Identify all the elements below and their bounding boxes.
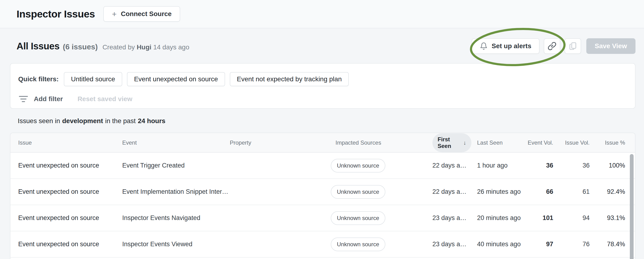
quick-filters-row: Quick filters: Untitled source Event une… [18, 72, 627, 86]
plus-icon: + [112, 10, 116, 18]
summary-middle: in the past [105, 117, 136, 125]
created-at: 14 days ago [153, 44, 189, 51]
table-row[interactable]: Event unexpected on source Event Trigger… [10, 153, 636, 179]
created-by-name: Hugi [137, 44, 151, 51]
quick-filter-untitled-source[interactable]: Untitled source [64, 72, 122, 86]
cell-first-seen: 23 days ago [432, 214, 472, 222]
view-title: All Issues [16, 41, 60, 52]
cell-first-seen: 22 days ago [432, 188, 472, 196]
column-header-impacted-sources[interactable]: Impacted Sources [331, 140, 432, 146]
table-scrollbar[interactable] [630, 154, 634, 259]
table-body: Event unexpected on source Event Trigger… [10, 153, 636, 258]
view-title-group: All Issues (6 issues) Created by Hugi 14… [10, 41, 189, 52]
quick-filters-label: Quick filters: [18, 76, 59, 83]
cell-impacted-sources: Unknown source [331, 211, 432, 225]
cell-event-name: Inspector Events Viewed [122, 240, 230, 248]
cell-issue-type: Event unexpected on source [18, 214, 122, 222]
cell-issue-volume: 94 [554, 214, 590, 222]
table-row[interactable]: Event unexpected on source Inspector Eve… [10, 231, 636, 258]
view-actions: Set up alerts Save View [472, 38, 636, 54]
connect-source-label: Connect Source [121, 10, 172, 18]
table-row[interactable]: Event unexpected on source Event Impleme… [10, 179, 636, 205]
connect-source-button[interactable]: + Connect Source [103, 6, 180, 22]
copy-link-button[interactable] [544, 38, 560, 54]
cell-last-seen: 20 minutes ago [472, 214, 521, 222]
quick-filter-event-not-expected-by-tracking-plan[interactable]: Event not expected by tracking plan [230, 72, 349, 86]
created-by-prefix: Created by [102, 44, 135, 51]
cell-issue-percentage: 78.4% [590, 240, 625, 248]
bell-icon [480, 42, 488, 50]
cell-event-volume: 36 [521, 162, 554, 169]
add-filter-row: Add filter Reset saved view [18, 93, 627, 105]
view-header: All Issues (6 issues) Created by Hugi 14… [10, 38, 636, 54]
cell-issue-type: Event unexpected on source [18, 188, 122, 196]
sort-desc-arrow-icon: ↓ [464, 140, 466, 146]
set-up-alerts-label: Set up alerts [492, 42, 531, 50]
column-header-first-seen[interactable]: First Seen ↓ [432, 133, 472, 152]
save-view-button[interactable]: Save View [586, 38, 636, 54]
summary-prefix: Issues seen in [18, 117, 60, 125]
duplicate-view-button[interactable] [564, 38, 581, 54]
cell-event-name: Event Trigger Created [122, 162, 230, 169]
cell-impacted-sources: Unknown source [331, 238, 432, 251]
column-header-last-seen[interactable]: Last Seen [472, 140, 521, 146]
table-row[interactable]: Event unexpected on source Inspector Eve… [10, 205, 636, 231]
cell-last-seen: 26 minutes ago [472, 188, 521, 196]
cell-issue-type: Event unexpected on source [18, 162, 122, 169]
column-header-issue-vol[interactable]: Issue Vol. [554, 140, 590, 146]
issues-summary: Issues seen in development in the past 2… [10, 117, 636, 125]
column-header-event[interactable]: Event [122, 140, 230, 146]
set-up-alerts-button[interactable]: Set up alerts [472, 38, 539, 54]
cell-event-name: Inspector Events Navigated [122, 214, 230, 222]
cell-first-seen: 23 days ago [432, 240, 472, 248]
column-header-property[interactable]: Property [230, 140, 331, 146]
cell-last-seen: 1 hour ago [472, 162, 521, 169]
issue-count: (6 issues) [63, 42, 98, 51]
column-header-issue[interactable]: Issue [18, 140, 122, 146]
cell-issue-percentage: 93.1% [590, 214, 625, 222]
page-title: Inspector Issues [16, 8, 95, 20]
cell-event-volume: 97 [521, 240, 554, 248]
first-seen-label: First Seen [438, 136, 460, 149]
source-badge: Unknown source [331, 185, 385, 199]
cell-impacted-sources: Unknown source [331, 159, 432, 172]
cell-issue-volume: 36 [554, 162, 590, 169]
issues-table-card: Issue Event Property Impacted Sources Fi… [10, 132, 636, 259]
table-header-row: Issue Event Property Impacted Sources Fi… [10, 133, 635, 153]
cell-first-seen: 22 days ago [432, 162, 472, 169]
cell-impacted-sources: Unknown source [331, 185, 432, 199]
filter-icon [18, 96, 28, 102]
copy-icon [568, 42, 577, 50]
source-badge: Unknown source [331, 211, 385, 225]
page-content: All Issues (6 issues) Created by Hugi 14… [0, 38, 644, 259]
created-by-text: Created by Hugi 14 days ago [102, 44, 189, 51]
cell-issue-percentage: 100% [590, 162, 625, 169]
cell-event-name: Event Implementation Snippet Inter… [122, 188, 230, 196]
topbar: Inspector Issues + Connect Source [0, 0, 644, 28]
cell-issue-percentage: 92.4% [590, 188, 625, 196]
source-badge: Unknown source [331, 238, 385, 251]
summary-time-range: 24 hours [138, 117, 166, 125]
filters-card: Quick filters: Untitled source Event une… [10, 63, 636, 109]
cell-event-volume: 66 [521, 188, 554, 196]
cell-event-volume: 101 [521, 214, 554, 222]
cell-issue-volume: 61 [554, 188, 590, 196]
add-filter-button[interactable]: Add filter [34, 95, 63, 103]
reset-saved-view-button[interactable]: Reset saved view [78, 95, 132, 103]
summary-environment: development [62, 117, 103, 125]
link-icon [548, 42, 556, 50]
cell-issue-type: Event unexpected on source [18, 240, 122, 248]
first-seen-sort-pill[interactable]: First Seen ↓ [432, 133, 472, 152]
column-header-issue-pct[interactable]: Issue % [590, 140, 625, 146]
column-header-event-vol[interactable]: Event Vol. [521, 140, 554, 146]
cell-last-seen: 40 minutes ago [472, 240, 521, 248]
quick-filter-event-unexpected-on-source[interactable]: Event unexpected on source [127, 72, 225, 86]
cell-issue-volume: 76 [554, 240, 590, 248]
source-badge: Unknown source [331, 159, 385, 172]
